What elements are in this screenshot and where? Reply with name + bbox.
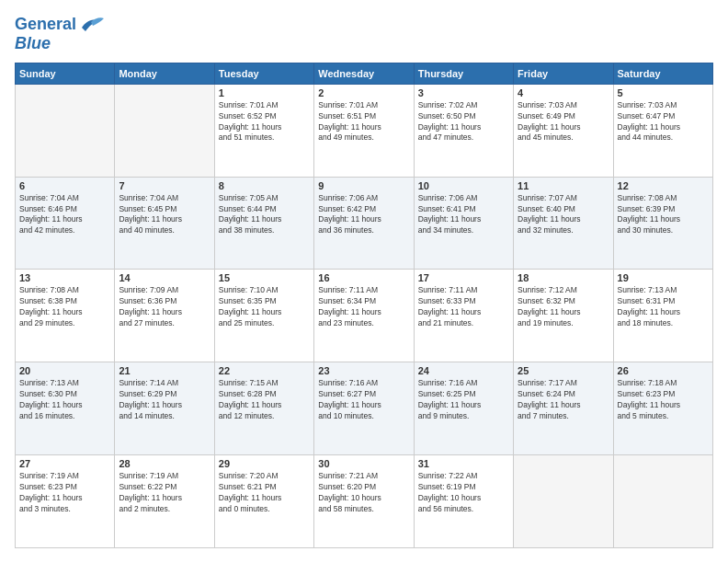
day-number: 19 <box>618 272 709 283</box>
day-info: Sunrise: 7:06 AM Sunset: 6:41 PM Dayligh… <box>418 193 509 237</box>
day-info: Sunrise: 7:02 AM Sunset: 6:50 PM Dayligh… <box>418 100 509 144</box>
day-number: 14 <box>119 272 210 283</box>
day-number: 28 <box>119 458 210 469</box>
calendar-cell: 14Sunrise: 7:09 AM Sunset: 6:36 PM Dayli… <box>115 270 214 362</box>
day-info: Sunrise: 7:01 AM Sunset: 6:51 PM Dayligh… <box>318 100 409 144</box>
calendar-table: SundayMondayTuesdayWednesdayThursdayFrid… <box>15 63 713 548</box>
header: General Blue <box>15 15 713 53</box>
day-info: Sunrise: 7:07 AM Sunset: 6:40 PM Dayligh… <box>518 193 609 237</box>
day-number: 31 <box>418 458 509 469</box>
calendar-cell: 25Sunrise: 7:17 AM Sunset: 6:24 PM Dayli… <box>514 362 613 455</box>
day-number: 23 <box>318 365 409 376</box>
day-info: Sunrise: 7:16 AM Sunset: 6:27 PM Dayligh… <box>318 378 409 422</box>
day-number: 25 <box>518 365 609 376</box>
calendar-cell: 17Sunrise: 7:11 AM Sunset: 6:33 PM Dayli… <box>414 270 513 362</box>
day-info: Sunrise: 7:11 AM Sunset: 6:33 PM Dayligh… <box>418 285 509 329</box>
day-number: 29 <box>219 458 310 469</box>
day-info: Sunrise: 7:15 AM Sunset: 6:28 PM Dayligh… <box>219 378 310 422</box>
calendar-week-row: 1Sunrise: 7:01 AM Sunset: 6:52 PM Daylig… <box>16 84 713 177</box>
calendar-week-row: 6Sunrise: 7:04 AM Sunset: 6:46 PM Daylig… <box>16 177 713 270</box>
day-number: 15 <box>219 272 310 283</box>
day-info: Sunrise: 7:03 AM Sunset: 6:49 PM Dayligh… <box>518 100 609 144</box>
calendar-cell: 6Sunrise: 7:04 AM Sunset: 6:46 PM Daylig… <box>16 177 115 270</box>
day-number: 2 <box>318 87 409 98</box>
day-info: Sunrise: 7:03 AM Sunset: 6:47 PM Dayligh… <box>618 100 709 144</box>
day-info: Sunrise: 7:17 AM Sunset: 6:24 PM Dayligh… <box>518 378 609 422</box>
day-info: Sunrise: 7:19 AM Sunset: 6:22 PM Dayligh… <box>119 471 210 515</box>
calendar-cell: 7Sunrise: 7:04 AM Sunset: 6:45 PM Daylig… <box>115 177 214 270</box>
day-number: 20 <box>19 365 110 376</box>
day-number: 9 <box>318 180 409 191</box>
day-info: Sunrise: 7:14 AM Sunset: 6:29 PM Dayligh… <box>119 378 210 422</box>
calendar-cell: 12Sunrise: 7:08 AM Sunset: 6:39 PM Dayli… <box>613 177 712 270</box>
calendar-cell: 18Sunrise: 7:12 AM Sunset: 6:32 PM Dayli… <box>514 270 613 362</box>
calendar-week-row: 20Sunrise: 7:13 AM Sunset: 6:30 PM Dayli… <box>16 362 713 455</box>
day-info: Sunrise: 7:04 AM Sunset: 6:45 PM Dayligh… <box>119 193 210 237</box>
weekday-header-sunday: Sunday <box>16 63 115 84</box>
day-info: Sunrise: 7:11 AM Sunset: 6:34 PM Dayligh… <box>318 285 409 329</box>
day-number: 22 <box>219 365 310 376</box>
day-number: 13 <box>19 272 110 283</box>
calendar-cell: 2Sunrise: 7:01 AM Sunset: 6:51 PM Daylig… <box>314 84 414 177</box>
day-info: Sunrise: 7:10 AM Sunset: 6:35 PM Dayligh… <box>219 285 310 329</box>
day-info: Sunrise: 7:09 AM Sunset: 6:36 PM Dayligh… <box>119 285 210 329</box>
calendar-cell <box>613 455 712 548</box>
day-info: Sunrise: 7:04 AM Sunset: 6:46 PM Dayligh… <box>19 193 110 237</box>
day-number: 5 <box>618 87 709 98</box>
weekday-header-monday: Monday <box>115 63 214 84</box>
day-info: Sunrise: 7:18 AM Sunset: 6:23 PM Dayligh… <box>618 378 709 422</box>
calendar-cell: 30Sunrise: 7:21 AM Sunset: 6:20 PM Dayli… <box>314 455 414 548</box>
day-info: Sunrise: 7:06 AM Sunset: 6:42 PM Dayligh… <box>318 193 409 237</box>
day-info: Sunrise: 7:13 AM Sunset: 6:31 PM Dayligh… <box>618 285 709 329</box>
weekday-header-row: SundayMondayTuesdayWednesdayThursdayFrid… <box>16 63 713 84</box>
weekday-header-wednesday: Wednesday <box>314 63 414 84</box>
day-number: 3 <box>418 87 509 98</box>
day-info: Sunrise: 7:05 AM Sunset: 6:44 PM Dayligh… <box>219 193 310 237</box>
calendar-cell: 27Sunrise: 7:19 AM Sunset: 6:23 PM Dayli… <box>16 455 115 548</box>
weekday-header-tuesday: Tuesday <box>214 63 313 84</box>
logo-bird-icon <box>78 15 104 35</box>
calendar-week-row: 13Sunrise: 7:08 AM Sunset: 6:38 PM Dayli… <box>16 270 713 362</box>
calendar-cell: 23Sunrise: 7:16 AM Sunset: 6:27 PM Dayli… <box>314 362 414 455</box>
day-number: 10 <box>418 180 509 191</box>
day-info: Sunrise: 7:16 AM Sunset: 6:25 PM Dayligh… <box>418 378 509 422</box>
calendar-cell: 15Sunrise: 7:10 AM Sunset: 6:35 PM Dayli… <box>214 270 313 362</box>
logo-blue-text: Blue <box>15 35 51 53</box>
calendar-cell: 4Sunrise: 7:03 AM Sunset: 6:49 PM Daylig… <box>514 84 613 177</box>
weekday-header-saturday: Saturday <box>613 63 712 84</box>
calendar-cell: 5Sunrise: 7:03 AM Sunset: 6:47 PM Daylig… <box>613 84 712 177</box>
day-number: 16 <box>318 272 409 283</box>
day-info: Sunrise: 7:20 AM Sunset: 6:21 PM Dayligh… <box>219 471 310 515</box>
day-number: 27 <box>19 458 110 469</box>
page: General Blue SundayMondayTuesdayWednesda… <box>0 0 728 563</box>
calendar-cell: 3Sunrise: 7:02 AM Sunset: 6:50 PM Daylig… <box>414 84 513 177</box>
day-number: 18 <box>518 272 609 283</box>
day-number: 24 <box>418 365 509 376</box>
day-number: 7 <box>119 180 210 191</box>
day-number: 1 <box>219 87 310 98</box>
weekday-header-friday: Friday <box>514 63 613 84</box>
weekday-header-thursday: Thursday <box>414 63 513 84</box>
calendar-week-row: 27Sunrise: 7:19 AM Sunset: 6:23 PM Dayli… <box>16 455 713 548</box>
calendar-cell: 24Sunrise: 7:16 AM Sunset: 6:25 PM Dayli… <box>414 362 513 455</box>
day-number: 21 <box>119 365 210 376</box>
calendar-cell: 1Sunrise: 7:01 AM Sunset: 6:52 PM Daylig… <box>214 84 313 177</box>
calendar-cell: 22Sunrise: 7:15 AM Sunset: 6:28 PM Dayli… <box>214 362 313 455</box>
day-number: 12 <box>618 180 709 191</box>
calendar-cell: 29Sunrise: 7:20 AM Sunset: 6:21 PM Dayli… <box>214 455 313 548</box>
day-number: 4 <box>518 87 609 98</box>
logo: General Blue <box>15 15 104 53</box>
day-number: 8 <box>219 180 310 191</box>
calendar-cell: 8Sunrise: 7:05 AM Sunset: 6:44 PM Daylig… <box>214 177 313 270</box>
calendar-cell: 9Sunrise: 7:06 AM Sunset: 6:42 PM Daylig… <box>314 177 414 270</box>
day-info: Sunrise: 7:13 AM Sunset: 6:30 PM Dayligh… <box>19 378 110 422</box>
calendar-cell <box>514 455 613 548</box>
day-info: Sunrise: 7:08 AM Sunset: 6:38 PM Dayligh… <box>19 285 110 329</box>
calendar-cell: 28Sunrise: 7:19 AM Sunset: 6:22 PM Dayli… <box>115 455 214 548</box>
day-number: 26 <box>618 365 709 376</box>
day-info: Sunrise: 7:21 AM Sunset: 6:20 PM Dayligh… <box>318 471 409 515</box>
day-info: Sunrise: 7:08 AM Sunset: 6:39 PM Dayligh… <box>618 193 709 237</box>
day-info: Sunrise: 7:22 AM Sunset: 6:19 PM Dayligh… <box>418 471 509 515</box>
calendar-cell: 10Sunrise: 7:06 AM Sunset: 6:41 PM Dayli… <box>414 177 513 270</box>
day-number: 17 <box>418 272 509 283</box>
